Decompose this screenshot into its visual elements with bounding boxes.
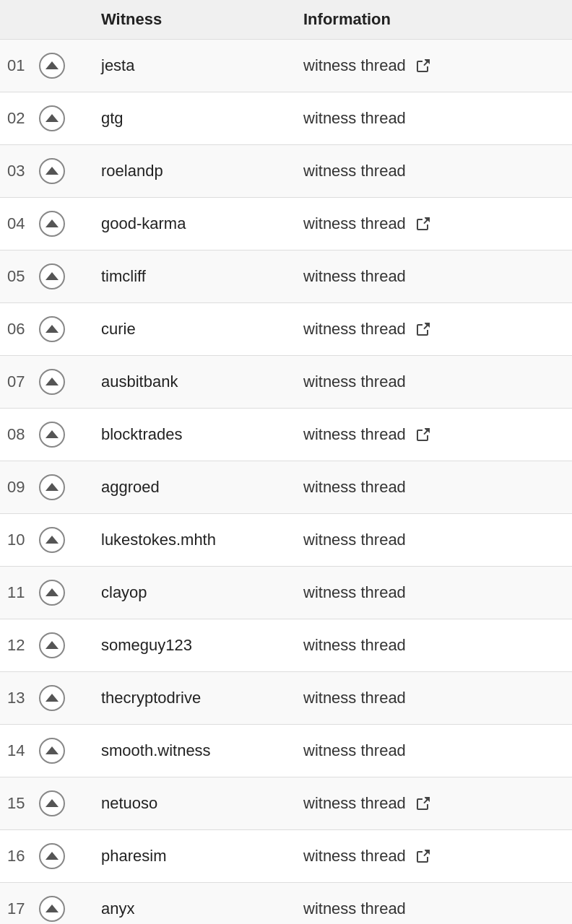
table-row: 09 aggroed witness thread (0, 461, 572, 514)
upvote-button[interactable] (39, 53, 65, 79)
info-cell: witness thread (303, 424, 565, 445)
info-cell: witness thread (303, 689, 565, 707)
upvote-button[interactable] (39, 211, 65, 237)
upvote-button[interactable] (39, 685, 65, 711)
witness-thread-label: witness thread (303, 689, 406, 707)
rank-number: 07 (7, 372, 33, 391)
witness-thread-label: witness thread (303, 636, 406, 655)
upvote-button[interactable] (39, 316, 65, 342)
rank-cell: 17 (7, 896, 101, 922)
witness-name: pharesim (101, 847, 303, 866)
rank-cell: 09 (7, 474, 101, 500)
table-row: 15 netuoso witness thread (0, 777, 572, 830)
upvote-button[interactable] (39, 632, 65, 658)
rank-number: 14 (7, 741, 33, 760)
rank-cell: 15 (7, 790, 101, 816)
witness-table: Witness Information 01 jesta witness thr… (0, 0, 572, 924)
table-header: Witness Information (0, 0, 572, 40)
witness-thread-label: witness thread (303, 162, 406, 180)
table-row: 13 thecryptodrive witness thread (0, 672, 572, 725)
info-cell: witness thread (303, 899, 565, 918)
witness-thread-label: witness thread (303, 847, 406, 866)
rank-cell: 08 (7, 422, 101, 448)
external-link-icon[interactable] (413, 424, 433, 445)
info-cell: witness thread (303, 214, 565, 234)
witness-thread-label: witness thread (303, 214, 406, 233)
table-body: 01 jesta witness thread 02 gtg witness t… (0, 40, 572, 924)
witness-thread-label: witness thread (303, 741, 406, 760)
rank-cell: 03 (7, 158, 101, 184)
witness-name: aggroed (101, 478, 303, 497)
table-row: 01 jesta witness thread (0, 40, 572, 92)
upvote-button[interactable] (39, 158, 65, 184)
external-link-icon[interactable] (413, 846, 433, 866)
witness-thread-label: witness thread (303, 583, 406, 602)
upvote-button[interactable] (39, 105, 65, 131)
external-link-icon[interactable] (413, 319, 433, 339)
witness-thread-label: witness thread (303, 425, 406, 444)
rank-cell: 10 (7, 527, 101, 553)
info-cell: witness thread (303, 267, 565, 286)
witness-name: smooth.witness (101, 741, 303, 760)
rank-number: 01 (7, 56, 33, 75)
upvote-button[interactable] (39, 843, 65, 869)
rank-number: 17 (7, 899, 33, 918)
witness-thread-label: witness thread (303, 794, 406, 813)
witness-name: thecryptodrive (101, 689, 303, 707)
rank-number: 12 (7, 636, 33, 655)
table-row: 14 smooth.witness witness thread (0, 725, 572, 777)
external-link-icon[interactable] (413, 214, 433, 234)
witness-name: roelandp (101, 162, 303, 180)
rank-cell: 06 (7, 316, 101, 342)
witness-name: good-karma (101, 214, 303, 233)
table-row: 02 gtg witness thread (0, 92, 572, 145)
header-witness: Witness (101, 10, 303, 29)
rank-cell: 04 (7, 211, 101, 237)
upvote-button[interactable] (39, 580, 65, 606)
table-row: 04 good-karma witness thread (0, 198, 572, 250)
witness-name: curie (101, 320, 303, 339)
info-cell: witness thread (303, 56, 565, 76)
witness-name: anyx (101, 899, 303, 918)
rank-number: 08 (7, 425, 33, 444)
witness-thread-label: witness thread (303, 478, 406, 497)
witness-thread-label: witness thread (303, 56, 406, 75)
rank-cell: 11 (7, 580, 101, 606)
witness-thread-label: witness thread (303, 531, 406, 549)
info-cell: witness thread (303, 319, 565, 339)
upvote-button[interactable] (39, 369, 65, 395)
info-cell: witness thread (303, 793, 565, 814)
rank-cell: 13 (7, 685, 101, 711)
table-row: 08 blocktrades witness thread (0, 409, 572, 461)
witness-thread-label: witness thread (303, 109, 406, 128)
upvote-button[interactable] (39, 474, 65, 500)
info-cell: witness thread (303, 109, 565, 128)
rank-number: 13 (7, 689, 33, 707)
upvote-button[interactable] (39, 896, 65, 922)
upvote-button[interactable] (39, 738, 65, 764)
rank-cell: 01 (7, 53, 101, 79)
witness-name: blocktrades (101, 425, 303, 444)
info-cell: witness thread (303, 583, 565, 602)
upvote-button[interactable] (39, 790, 65, 816)
rank-cell: 05 (7, 263, 101, 289)
witness-name: jesta (101, 56, 303, 75)
header-information: Information (303, 10, 565, 29)
external-link-icon[interactable] (413, 793, 433, 814)
rank-cell: 14 (7, 738, 101, 764)
table-row: 16 pharesim witness thread (0, 830, 572, 883)
table-row: 05 timcliff witness thread (0, 250, 572, 303)
witness-thread-label: witness thread (303, 372, 406, 391)
rank-cell: 16 (7, 843, 101, 869)
upvote-button[interactable] (39, 422, 65, 448)
rank-number: 04 (7, 214, 33, 233)
info-cell: witness thread (303, 531, 565, 549)
upvote-button[interactable] (39, 263, 65, 289)
rank-cell: 12 (7, 632, 101, 658)
rank-cell: 07 (7, 369, 101, 395)
table-row: 11 clayop witness thread (0, 567, 572, 619)
witness-name: netuoso (101, 794, 303, 813)
table-row: 07 ausbitbank witness thread (0, 356, 572, 409)
external-link-icon[interactable] (413, 56, 433, 76)
upvote-button[interactable] (39, 527, 65, 553)
